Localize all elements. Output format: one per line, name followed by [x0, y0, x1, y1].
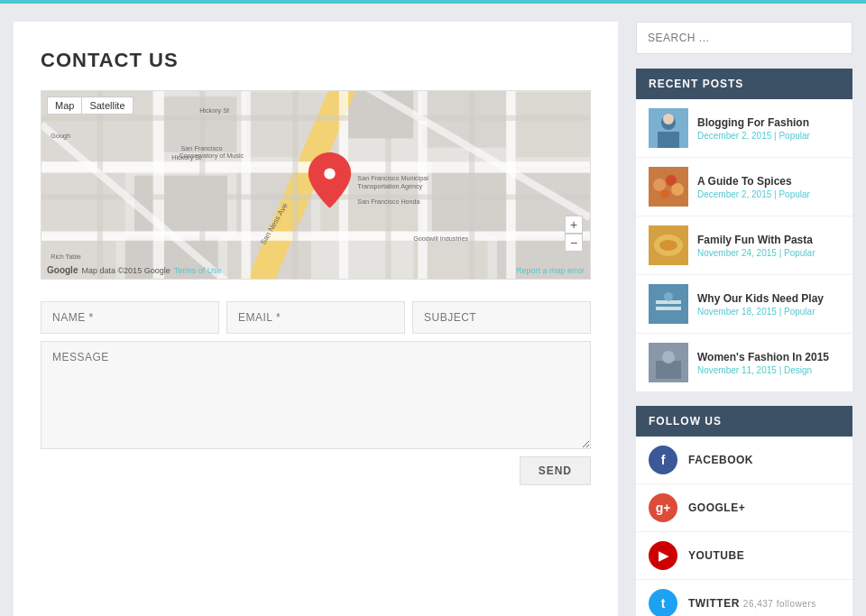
map-background: San Francisco Conservatory of Music San …: [41, 91, 590, 279]
svg-rect-26: [41, 115, 590, 121]
map-data-text: Map data ©2015 Google: [81, 266, 170, 275]
map-terms[interactable]: Terms of Use: [174, 266, 222, 275]
follow-us-title: FOLLOW US: [636, 406, 852, 437]
post-meta-5: November 11, 2015 | Design: [697, 365, 840, 375]
svg-rect-32: [469, 91, 474, 279]
post-thumb-1: [649, 108, 688, 148]
post-info-5: Women's Fashion In 2015 November 11, 201…: [697, 351, 840, 375]
social-item-twitter[interactable]: t TWITTER26,437 followers: [636, 580, 852, 616]
page-layout: CONTACT US: [0, 4, 866, 616]
post-title-5: Women's Fashion In 2015: [697, 351, 840, 363]
facebook-label: FACEBOOK: [688, 454, 753, 466]
post-thumb-3: [649, 225, 688, 265]
subject-input[interactable]: [412, 301, 591, 334]
twitter-icon: t: [649, 589, 677, 616]
twitter-label: TWITTER26,437 followers: [688, 597, 816, 610]
svg-text:Transportation Agency: Transportation Agency: [357, 182, 422, 190]
zoom-out-btn[interactable]: −: [565, 234, 583, 252]
email-input[interactable]: [226, 301, 405, 334]
map-report[interactable]: Report a map error: [516, 266, 585, 275]
main-content: CONTACT US: [14, 22, 618, 616]
svg-text:San Francisco Honda: San Francisco Honda: [357, 198, 419, 206]
follow-us-section: FOLLOW US f FACEBOOK g+ GOOGLE+ ▶ YOUTUB…: [636, 406, 852, 616]
name-input[interactable]: [41, 301, 219, 334]
svg-rect-8: [134, 176, 227, 232]
map-container: San Francisco Conservatory of Music San …: [41, 90, 591, 280]
form-row-1: [41, 301, 591, 334]
social-item-youtube[interactable]: ▶ YOUTUBE: [636, 532, 852, 580]
google-logo: Google: [47, 265, 78, 275]
svg-text:San Francisco Municipal: San Francisco Municipal: [357, 174, 428, 182]
post-info-1: Blogging For Fashion December 2, 2015 | …: [697, 116, 840, 141]
svg-text:Hickory St: Hickory St: [199, 106, 229, 115]
send-button[interactable]: SEND: [520, 456, 591, 485]
svg-rect-63: [656, 307, 681, 310]
recent-posts-section: RECENT POSTS Blogging For Fashion Decemb…: [636, 69, 852, 391]
svg-text:Rich Table: Rich Table: [51, 253, 81, 261]
post-item-4[interactable]: Why Our Kids Need Play November 18, 2015…: [636, 275, 852, 334]
svg-point-67: [662, 351, 675, 363]
svg-rect-6: [516, 92, 590, 157]
zoom-in-btn[interactable]: +: [565, 216, 583, 234]
post-info-3: Family Fun With Pasta November 24, 2015 …: [697, 234, 840, 258]
svg-point-57: [660, 189, 669, 198]
youtube-label: YOUTUBE: [688, 549, 744, 562]
facebook-icon: f: [649, 446, 677, 474]
post-thumb-4: [649, 284, 688, 324]
svg-text:Goodwill Industries: Goodwill Industries: [413, 234, 468, 243]
svg-rect-28: [97, 91, 103, 279]
post-thumb-5: [649, 343, 688, 382]
post-info-4: Why Our Kids Need Play November 18, 2015…: [697, 292, 840, 317]
post-title-4: Why Our Kids Need Play: [697, 292, 840, 305]
svg-point-56: [671, 183, 684, 196]
post-item-5[interactable]: Women's Fashion In 2015 November 11, 201…: [636, 334, 852, 391]
post-item-3[interactable]: Family Fun With Pasta November 24, 2015 …: [636, 216, 852, 275]
recent-posts-title: RECENT POSTS: [636, 69, 852, 99]
svg-point-52: [663, 114, 674, 124]
map-controls: Map Satellite: [47, 97, 134, 115]
svg-rect-29: [199, 91, 205, 279]
svg-point-54: [653, 179, 666, 191]
post-meta-2: December 2, 2015 | Popular: [697, 189, 840, 199]
form-send-row: SEND: [41, 456, 591, 485]
sidebar: RECENT POSTS Blogging For Fashion Decemb…: [636, 22, 852, 616]
post-meta-1: December 2, 2015 | Popular: [697, 131, 840, 141]
svg-text:Gough: Gough: [51, 132, 70, 140]
googleplus-label: GOOGLE+: [688, 501, 745, 514]
message-textarea[interactable]: [41, 341, 591, 449]
googleplus-icon: g+: [649, 493, 677, 522]
satellite-view-btn[interactable]: Satellite: [81, 97, 133, 115]
youtube-icon: ▶: [649, 541, 677, 570]
map-view-btn[interactable]: Map: [47, 97, 81, 115]
page-title: CONTACT US: [41, 49, 591, 72]
svg-point-36: [324, 168, 335, 179]
map-footer: Google Map data ©2015 Google Terms of Us…: [47, 265, 222, 275]
map-svg: San Francisco Conservatory of Music San …: [41, 91, 590, 279]
post-title-3: Family Fun With Pasta: [697, 234, 840, 246]
post-thumb-2: [649, 167, 688, 207]
map-zoom-controls: + −: [565, 216, 583, 252]
post-meta-3: November 24, 2015 | Popular: [697, 248, 840, 258]
svg-rect-30: [292, 91, 298, 279]
svg-text:Hickory St: Hickory St: [171, 153, 201, 161]
svg-point-60: [659, 240, 677, 251]
post-title-1: Blogging For Fashion: [697, 116, 840, 129]
post-title-2: A Guide To Spices: [697, 175, 840, 188]
map-footer-right: Report a map error: [516, 266, 585, 275]
twitter-followers: 26,437 followers: [743, 599, 816, 609]
post-item-2[interactable]: A Guide To Spices December 2, 2015 | Pop…: [636, 158, 852, 216]
post-info-2: A Guide To Spices December 2, 2015 | Pop…: [697, 175, 840, 199]
post-item-1[interactable]: Blogging For Fashion December 2, 2015 | …: [636, 99, 852, 158]
search-input[interactable]: [636, 22, 852, 54]
post-meta-4: November 18, 2015 | Popular: [697, 307, 840, 317]
svg-rect-51: [658, 132, 679, 148]
social-item-googleplus[interactable]: g+ GOOGLE+: [636, 484, 852, 532]
svg-point-64: [664, 292, 673, 301]
social-item-facebook[interactable]: f FACEBOOK: [636, 437, 852, 484]
